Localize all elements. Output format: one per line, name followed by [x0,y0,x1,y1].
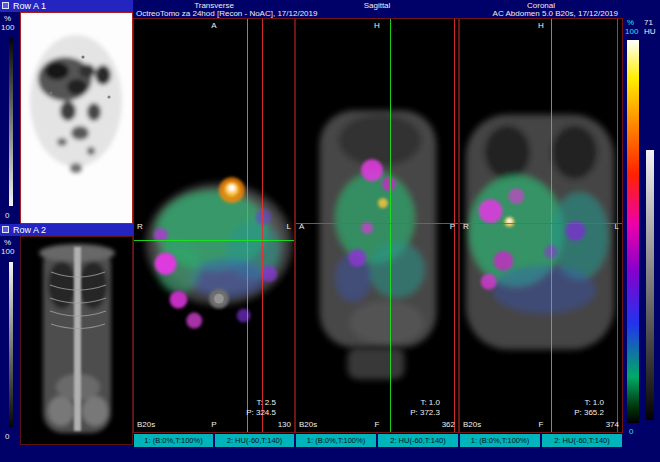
orientation-top: A [134,22,294,30]
slice-position: P: 365.2 [574,408,604,418]
colorbar-max-label: 100 [625,27,638,36]
scale-unit-label: % [4,238,11,247]
orientation-right: L [615,223,619,231]
scale-strip-row-a2: % 100 0 [0,236,20,445]
orientation-left: A [299,223,304,231]
slice-info: T: 2.5 P: 324.5 [246,398,276,418]
grayscale-lut-bar[interactable] [9,262,13,427]
status-group-transverse: 1: (B:0%,T:100%) 2: HU(-60,T:140) [134,434,294,447]
slice-number: 362 [442,420,455,429]
slice-thickness: T: 1.0 [410,398,440,408]
crosshair-vertical-green[interactable] [390,19,391,432]
panel-header-row-a1[interactable]: Row A 1 [0,0,133,12]
blend-setting-button[interactable]: 1: (B:0%,T:100%) [460,434,540,447]
slice-number: 130 [278,420,291,429]
scale-max-label: 100 [1,247,14,256]
lut-sidebar: % 100 71 HU 0 [623,0,660,462]
color-lut-bar[interactable] [627,40,639,423]
nm-fusion-workstation: Row A 1 % 100 0 [0,0,660,462]
slice-info: T: 1.0 P: 365.2 [574,398,604,418]
scale-unit-label: % [4,14,11,23]
status-group-coronal: 1: (B:0%,T:100%) 2: HU(-60,T:140) [460,434,622,447]
orientation-right: P [450,223,455,231]
ct-coronal-mip-image [21,237,132,444]
planar-scintigraphy-viewport[interactable] [20,12,133,224]
ct-grayscale-lut-bar[interactable] [646,150,654,420]
slice-thickness: T: 1.0 [574,398,604,408]
panel-title-row-a1: Row A 1 [13,1,46,11]
orientation-top: H [460,22,622,30]
panel-title-row-a2: Row A 2 [13,225,46,235]
ct-mip-viewport[interactable] [20,236,133,445]
slice-thickness: T: 2.5 [246,398,276,408]
status-group-sagittal: 1: (B:0%,T:100%) 2: HU(-60,T:140) [296,434,458,447]
orientation-bottom: F [460,420,622,429]
orientation-bottom: P [134,420,294,429]
slice-info: T: 1.0 P: 372.3 [410,398,440,418]
crosshair-horizontal-blue[interactable] [460,223,622,224]
grayscale-lut-bar[interactable] [9,38,13,206]
slice-position: P: 324.5 [246,408,276,418]
sagittal-fused-image [296,19,458,432]
crosshair-vertical-red[interactable] [262,19,263,432]
scale-strip-row-a1: % 100 0 [0,12,20,224]
orientation-bottom: F [296,420,458,429]
window-setting-button[interactable]: 2: HU(-60,T:140) [215,434,294,447]
crosshair-horizontal-green[interactable] [134,240,294,241]
blend-setting-button[interactable]: 1: (B:0%,T:100%) [296,434,376,447]
scale-min-label: 0 [5,211,9,220]
hu-value: 71 [644,18,653,27]
transverse-fused-image [134,19,294,432]
main-header-bar: Transverse Sagittal Coronal OctreoTomo z… [133,0,623,18]
window-setting-button[interactable]: 2: HU(-60,T:140) [378,434,458,447]
crosshair-vertical-green[interactable] [247,19,248,432]
panel-icon [2,226,9,233]
slice-number: 374 [606,420,619,429]
scale-min-label: 0 [5,432,9,441]
study-description-spect: OctreoTomo za 24hod [Recon - NoAC], 17/1… [136,9,317,18]
coronal-fused-image [460,19,622,432]
orientation-top: H [296,22,458,30]
colorbar-unit-label: % [627,18,634,27]
sagittal-fused-view[interactable]: H A P T: 1.0 P: 372.3 B20s F 362 [295,18,459,433]
window-setting-button[interactable]: 2: HU(-60,T:140) [542,434,622,447]
crosshair-horizontal-blue[interactable] [296,223,458,224]
hu-unit-label: HU [644,27,656,36]
scale-max-label: 100 [1,23,14,32]
planar-scintigraphy-image [21,13,132,223]
study-description-ct: AC Abdomen 5.0 B20s, 17/12/2019 [493,9,618,18]
orientation-left: R [137,223,143,231]
orientation-left: R [463,223,469,231]
blend-setting-button[interactable]: 1: (B:0%,T:100%) [134,434,213,447]
orientation-right: L [287,223,291,231]
view-title-sagittal: Sagittal [295,1,459,10]
slice-position: P: 372.3 [410,408,440,418]
crosshair-vertical-green[interactable] [551,19,552,432]
colorbar-min-label: 0 [629,427,633,436]
coronal-fused-view[interactable]: H R L T: 1.0 P: 365.2 B20s F 374 [459,18,623,433]
transverse-fused-view[interactable]: A R L T: 2.5 P: 324.5 B20s P 130 [133,18,295,433]
panel-icon [2,2,9,9]
panel-header-row-a2[interactable]: Row A 2 [0,224,133,236]
